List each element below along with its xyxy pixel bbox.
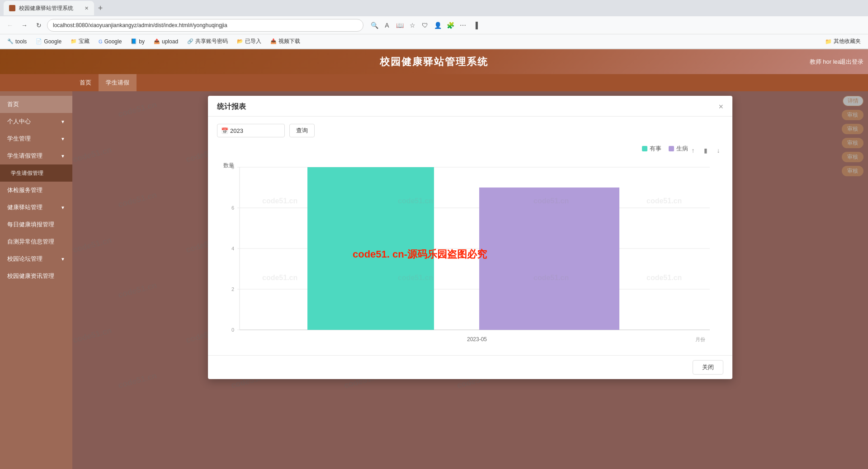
sidebar-toggle-icon[interactable]: ▐ <box>470 20 481 31</box>
sidebar-item-leave-mgmt-sub[interactable]: 学生请假管理 <box>0 164 72 182</box>
tab-favicon <box>9 5 15 11</box>
new-tab-button[interactable]: + <box>94 2 107 14</box>
bookmark-upload-label: upload <box>162 38 178 45</box>
app-header: 校园健康驿站管理系统 教师 hor lea 退出登录 <box>0 49 868 74</box>
tab-title: 校园健康驿站管理系统 <box>19 5 73 12</box>
bookmark-video-label: 视频下载 <box>278 38 300 45</box>
sidebar-health-station-label: 健康驿站管理 <box>7 203 42 211</box>
sidebar-item-physical[interactable]: 体检服务管理 <box>0 182 72 199</box>
logout-button[interactable]: 退出登录 <box>840 58 863 66</box>
sidebar-item-student-mgmt[interactable]: 学生管理 ▼ <box>0 130 72 147</box>
bg-watermark-1: code51.cn <box>262 197 297 205</box>
chart-watermark-text: code51. cn-源码乐园盗图必究 <box>353 249 487 260</box>
modal-header: 统计报表 × <box>208 96 732 117</box>
folder-icon: 📁 <box>825 38 832 45</box>
bar-shengbing <box>479 188 619 330</box>
bookmark-google1[interactable]: 📄 Google <box>32 38 65 46</box>
bg-watermark-5: code51.cn <box>262 274 297 281</box>
browser-controls: ← → ↻ localhost:8080/xiaoyuanjiankangyz/… <box>0 16 868 34</box>
sidebar-leave-mgmt-sub-label: 学生请假管理 <box>11 169 43 177</box>
star-icon[interactable]: ☆ <box>407 20 418 31</box>
sidebar-physical-label: 体检服务管理 <box>7 186 42 194</box>
nav-home[interactable]: 首页 <box>72 74 99 91</box>
chevron-down-icon-4: ▼ <box>61 205 65 210</box>
sidebar: 首页 个人中心 ▼ 学生管理 ▼ 学生请假管理 ▼ 学生请假管理 体检服务管理 <box>0 91 72 469</box>
bookmark-share-account[interactable]: 🔗 共享账号密码 <box>184 37 231 46</box>
bookmark-upload[interactable]: 📤 upload <box>150 38 182 46</box>
by-icon: 📘 <box>131 38 137 44</box>
baozang-icon: 📁 <box>71 38 77 44</box>
sidebar-item-forum[interactable]: 校园论坛管理 ▼ <box>0 250 72 267</box>
modal-body: 📅 2023 查询 有事 <box>208 117 732 355</box>
tab-close-icon[interactable]: ✕ <box>85 5 89 11</box>
reload-button[interactable]: ↻ <box>33 19 45 32</box>
bookmark-google1-label: Google <box>44 38 61 45</box>
app-body: 首页 个人中心 ▼ 学生管理 ▼ 学生请假管理 ▼ 学生请假管理 体检服务管理 <box>0 91 868 469</box>
active-tab[interactable]: 校园健康驿站管理系统 ✕ <box>4 1 94 15</box>
address-bar[interactable]: localhost:8080/xiaoyuanjiankangyz/admin/… <box>47 19 363 32</box>
sidebar-submenu: 学生请假管理 <box>0 164 72 182</box>
sidebar-item-daily-health[interactable]: 每日健康填报管理 <box>0 216 72 233</box>
year-value: 2023 <box>230 127 243 134</box>
browser-icons: 🔍 A 📖 ☆ 🛡 👤 🧩 ⋯ ▐ <box>369 20 481 31</box>
extensions-icon[interactable]: 🧩 <box>445 20 456 31</box>
shield-icon[interactable]: 🛡 <box>420 20 430 31</box>
google-icon-2: G <box>99 39 103 44</box>
more-icon[interactable]: ⋯ <box>458 20 468 31</box>
filter-bar: 📅 2023 查询 <box>217 124 723 137</box>
sidebar-item-home[interactable]: 首页 <box>0 96 72 113</box>
chart-container: 数量 0 2 <box>217 158 723 348</box>
profile-icon[interactable]: 👤 <box>432 20 443 31</box>
translate-icon[interactable]: A <box>382 20 392 31</box>
legend-youshi-color <box>642 146 647 151</box>
bar-chart: 数量 0 2 <box>217 158 723 348</box>
download-button[interactable]: ↓ <box>713 145 723 155</box>
sidebar-item-news[interactable]: 校园健康资讯管理 <box>0 267 72 285</box>
sidebar-item-health-station[interactable]: 健康驿站管理 ▼ <box>0 199 72 216</box>
bookmark-import[interactable]: 📂 已导入 <box>233 37 265 46</box>
bookmark-tools[interactable]: 🔧 tools <box>4 38 30 46</box>
tools-icon: 🔧 <box>7 38 14 44</box>
upload-icon: 📤 <box>154 38 160 44</box>
x-axis-month-label: 2023-05 <box>467 336 487 342</box>
bg-watermark-3: code51.cn <box>533 197 569 205</box>
bookmark-by[interactable]: 📘 by <box>127 38 148 46</box>
sidebar-forum-label: 校园论坛管理 <box>7 255 42 263</box>
chevron-down-icon-5: ▼ <box>61 257 65 262</box>
chart-type-button[interactable]: ▮ <box>701 145 711 155</box>
app-nav: 首页 学生请假 <box>0 74 868 91</box>
sidebar-item-leave-mgmt[interactable]: 学生请假管理 ▼ <box>0 147 72 164</box>
bookmark-google2[interactable]: G Google <box>95 38 125 46</box>
chart-legend: 有事 生病 <box>642 145 688 153</box>
readmode-icon[interactable]: 📖 <box>394 20 405 31</box>
search-icon[interactable]: 🔍 <box>369 20 380 31</box>
other-bookmarks[interactable]: 📁 其他收藏夹 <box>821 37 864 46</box>
bookmark-video[interactable]: 📥 视频下载 <box>267 37 304 46</box>
header-user: 教师 hor lea <box>810 58 841 66</box>
address-text: localhost:8080/xiaoyuanjiankangyz/admin/… <box>53 22 227 28</box>
bg-watermark-4: code51.cn <box>646 197 682 205</box>
nav-student-leave[interactable]: 学生请假 <box>99 74 137 91</box>
export-upload-button[interactable]: ↑ <box>688 145 698 155</box>
forward-button[interactable]: → <box>18 19 31 32</box>
modal-close-button[interactable]: × <box>718 102 723 112</box>
sidebar-leave-mgmt-label: 学生请假管理 <box>7 152 42 160</box>
bookmark-google2-label: Google <box>104 38 122 45</box>
bookmark-baozang[interactable]: 📁 宝藏 <box>67 37 93 46</box>
modal-footer: 关闭 <box>208 355 732 379</box>
x-axis-label: 月份 <box>695 337 705 342</box>
legend-shengbing-color <box>669 146 674 151</box>
svg-text:6: 6 <box>231 205 234 211</box>
video-icon: 📥 <box>270 38 277 44</box>
chevron-down-icon: ▼ <box>61 119 65 124</box>
bg-watermark-2: code51.cn <box>398 197 433 205</box>
sidebar-item-personal[interactable]: 个人中心 ▼ <box>0 113 72 130</box>
modal-overlay: 统计报表 × 📅 2023 查询 <box>72 91 868 469</box>
sidebar-item-abnormal[interactable]: 自测异常信息管理 <box>0 233 72 250</box>
back-button[interactable]: ← <box>4 19 16 32</box>
svg-text:2: 2 <box>231 286 234 292</box>
query-button[interactable]: 查询 <box>289 124 315 137</box>
app-container: 校园健康驿站管理系统 教师 hor lea 退出登录 首页 学生请假 首页 个人… <box>0 49 868 469</box>
year-input[interactable]: 📅 2023 <box>217 124 285 137</box>
footer-close-button[interactable]: 关闭 <box>693 360 723 375</box>
